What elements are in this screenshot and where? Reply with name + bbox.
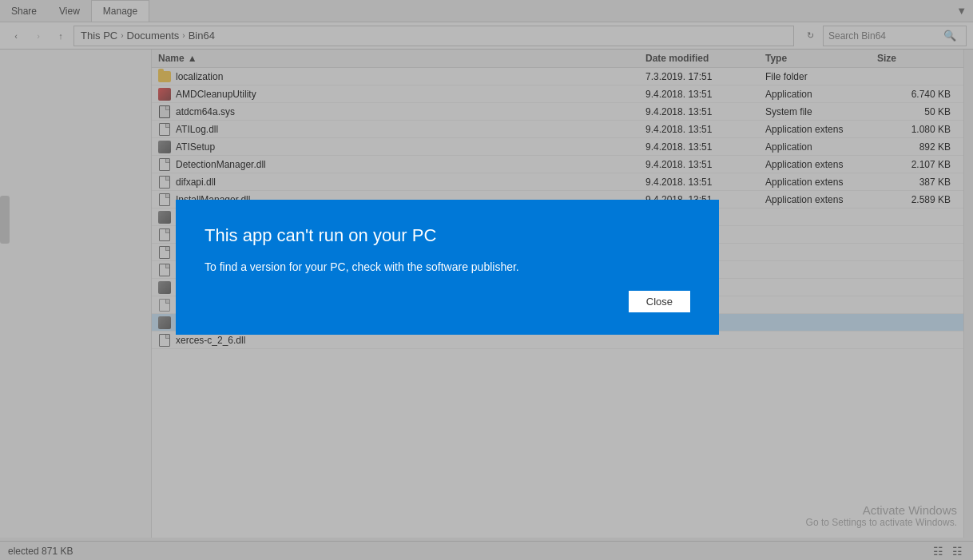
- dialog-body: To find a version for your PC, check wit…: [205, 260, 690, 273]
- error-dialog: This app can't run on your PC To find a …: [176, 200, 719, 335]
- dialog-close-button[interactable]: Close: [629, 291, 690, 312]
- dialog-footer: Close: [205, 291, 690, 312]
- dialog-title: This app can't run on your PC: [205, 225, 690, 246]
